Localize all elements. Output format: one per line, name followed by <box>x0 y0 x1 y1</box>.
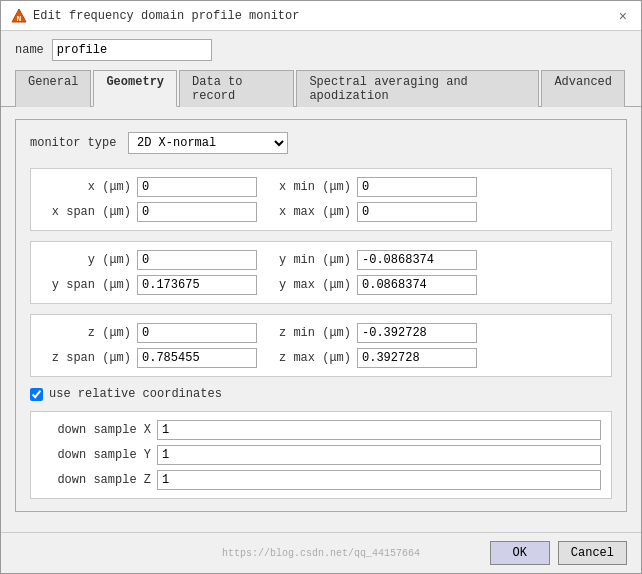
z-span-row: z span (μm) z max (μm) <box>41 348 601 368</box>
tab-advanced[interactable]: Advanced <box>541 70 625 107</box>
x-max-input[interactable] <box>357 202 477 222</box>
z-min-input[interactable] <box>357 323 477 343</box>
title-bar: N Edit frequency domain profile monitor … <box>1 1 641 31</box>
downsample-z-label: down sample Z <box>41 473 151 487</box>
y-max-input[interactable] <box>357 275 477 295</box>
z-span-input[interactable] <box>137 348 257 368</box>
close-button[interactable]: × <box>615 9 631 23</box>
content-area: monitor type 2D X-normal x (μm) x min (μ… <box>1 107 641 532</box>
y-input[interactable] <box>137 250 257 270</box>
x-input[interactable] <box>137 177 257 197</box>
downsample-y-row: down sample Y <box>41 445 601 465</box>
downsample-x-row: down sample X <box>41 420 601 440</box>
watermark: https://blog.csdn.net/qq_44157664 <box>222 548 420 559</box>
x-min-input[interactable] <box>357 177 477 197</box>
monitor-type-label: monitor type <box>30 136 120 150</box>
y-row: y (μm) y min (μm) <box>41 250 601 270</box>
title-bar-left: N Edit frequency domain profile monitor <box>11 8 299 24</box>
y-label: y (μm) <box>41 253 131 267</box>
z-max-right: z max (μm) <box>271 348 477 368</box>
app-icon: N <box>11 8 27 24</box>
z-max-input[interactable] <box>357 348 477 368</box>
dialog: N Edit frequency domain profile monitor … <box>0 0 642 574</box>
z-row: z (μm) z min (μm) <box>41 323 601 343</box>
x-min-label: x min (μm) <box>271 180 351 194</box>
name-label: name <box>15 43 44 57</box>
name-input[interactable] <box>52 39 212 61</box>
y-max-label: y max (μm) <box>271 278 351 292</box>
y-field-group: y (μm) y min (μm) y span (μm) y max (μm) <box>30 241 612 304</box>
x-span-input[interactable] <box>137 202 257 222</box>
y-span-label: y span (μm) <box>41 278 131 292</box>
x-span-row: x span (μm) x max (μm) <box>41 202 601 222</box>
z-min-label: z min (μm) <box>271 326 351 340</box>
monitor-type-select[interactable]: 2D X-normal <box>128 132 288 154</box>
y-max-right: y max (μm) <box>271 275 477 295</box>
tab-geometry[interactable]: Geometry <box>93 70 177 107</box>
x-field-group: x (μm) x min (μm) x span (μm) x max (μm) <box>30 168 612 231</box>
y-min-right: y min (μm) <box>271 250 477 270</box>
z-label: z (μm) <box>41 326 131 340</box>
z-field-group: z (μm) z min (μm) z span (μm) z max (μm) <box>30 314 612 377</box>
downsample-x-label: down sample X <box>41 423 151 437</box>
geometry-panel: monitor type 2D X-normal x (μm) x min (μ… <box>15 119 627 512</box>
tab-general[interactable]: General <box>15 70 91 107</box>
downsample-z-input[interactable] <box>157 470 601 490</box>
cancel-button[interactable]: Cancel <box>558 541 627 565</box>
z-max-label: z max (μm) <box>271 351 351 365</box>
y-span-input[interactable] <box>137 275 257 295</box>
relative-coords-label: use relative coordinates <box>49 387 222 401</box>
bottom-bar: https://blog.csdn.net/qq_44157664 OK Can… <box>1 532 641 573</box>
svg-text:N: N <box>17 14 22 23</box>
z-span-label: z span (μm) <box>41 351 131 365</box>
x-max-right: x max (μm) <box>271 202 477 222</box>
x-row: x (μm) x min (μm) <box>41 177 601 197</box>
z-input[interactable] <box>137 323 257 343</box>
downsample-x-input[interactable] <box>157 420 601 440</box>
y-min-label: y min (μm) <box>271 253 351 267</box>
checkbox-row: use relative coordinates <box>30 387 612 401</box>
x-label: x (μm) <box>41 180 131 194</box>
x-min-right: x min (μm) <box>271 177 477 197</box>
monitor-type-row: monitor type 2D X-normal <box>30 132 612 154</box>
x-span-label: x span (μm) <box>41 205 131 219</box>
dialog-title: Edit frequency domain profile monitor <box>33 9 299 23</box>
z-min-right: z min (μm) <box>271 323 477 343</box>
y-span-row: y span (μm) y max (μm) <box>41 275 601 295</box>
relative-coords-checkbox[interactable] <box>30 388 43 401</box>
tab-spectral[interactable]: Spectral averaging and apodization <box>296 70 539 107</box>
x-max-label: x max (μm) <box>271 205 351 219</box>
downsample-y-label: down sample Y <box>41 448 151 462</box>
tabs-bar: General Geometry Data to record Spectral… <box>1 69 641 107</box>
tab-data-to-record[interactable]: Data to record <box>179 70 294 107</box>
y-min-input[interactable] <box>357 250 477 270</box>
downsample-y-input[interactable] <box>157 445 601 465</box>
downsample-group: down sample X down sample Y down sample … <box>30 411 612 499</box>
name-row: name <box>1 31 641 69</box>
ok-button[interactable]: OK <box>490 541 550 565</box>
downsample-z-row: down sample Z <box>41 470 601 490</box>
